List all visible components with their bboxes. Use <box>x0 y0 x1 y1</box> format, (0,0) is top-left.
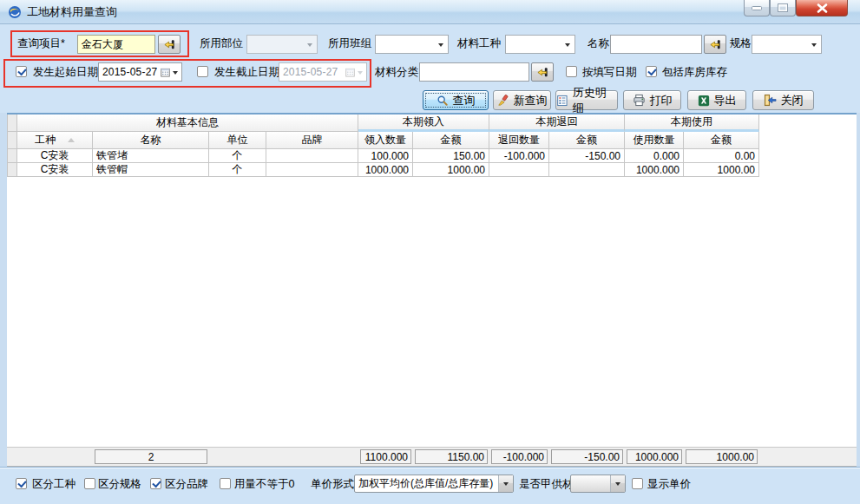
end-date-checkbox[interactable] <box>197 66 208 77</box>
pointing-hand-icon <box>163 38 176 51</box>
group-used: 本期使用 <box>625 115 759 132</box>
col-header-brand[interactable]: 品牌 <box>266 132 358 149</box>
project-input[interactable]: 金石大厦 <box>77 35 155 54</box>
col-header-trade[interactable]: 工种 <box>17 132 93 149</box>
close-icon <box>817 3 828 13</box>
part-select <box>246 35 318 54</box>
total-received-qty: 1100.000 <box>360 449 411 464</box>
total-returned-amount: -150.00 <box>551 449 623 464</box>
table-row[interactable]: C安装 铁管帽 个 1000.000 1000.00 1000.000 1000… <box>7 163 857 177</box>
window-title: 工地材料用量查询 <box>27 4 117 20</box>
chevron-down-icon <box>811 43 817 49</box>
minimize-icon <box>752 6 762 10</box>
print-button[interactable]: 打印 <box>623 90 681 110</box>
project-picker-button[interactable] <box>158 35 181 54</box>
close-window-button[interactable]: 关闭 <box>752 90 814 110</box>
by-fill-date-checkbox[interactable] <box>566 66 577 77</box>
owner-supplied-select[interactable] <box>570 475 626 493</box>
spec-label: 规格 <box>730 37 752 49</box>
category-picker-button[interactable] <box>531 62 554 82</box>
end-date-label: 发生截止日期 <box>214 66 279 78</box>
col-header-received-qty[interactable]: 领入数量 <box>358 132 413 149</box>
row-selector-header <box>7 115 17 132</box>
col-header-name[interactable]: 名称 <box>93 132 209 149</box>
chevron-down-icon <box>565 43 570 49</box>
calendar-icon <box>345 68 355 77</box>
name-label: 名称 <box>588 37 609 49</box>
total-received-amount: 1150.00 <box>415 449 488 464</box>
group-header-row: 材料基本信息 本期领入 本期退回 本期使用 <box>7 115 857 132</box>
query-button[interactable]: 查询 <box>423 90 489 110</box>
column-header-row: 工种 名称 单位 品牌 领入数量 金额 退回数量 金额 使用数量 金额 <box>7 132 857 149</box>
group-returned: 本期退回 <box>489 115 625 132</box>
by-trade-checkbox[interactable] <box>16 478 27 489</box>
pointing-hand-icon <box>709 38 722 51</box>
nonzero-usage-label: 用量不等于0 <box>234 478 294 490</box>
chevron-down-icon <box>615 482 620 488</box>
group-basic-info: 材料基本信息 <box>17 115 358 132</box>
name-input[interactable] <box>610 35 702 54</box>
total-used-qty: 1000.000 <box>627 449 682 464</box>
name-picker-button[interactable] <box>704 35 726 54</box>
price-mode-select[interactable]: 加权平均价(总库值/总库存量) <box>354 475 514 493</box>
include-stock-label: 包括库房库存 <box>662 66 727 78</box>
brush-icon <box>497 95 509 107</box>
price-mode-label: 单价形式 <box>311 478 354 490</box>
total-returned-qty: -100.000 <box>491 449 548 464</box>
results-grid: 材料基本信息 本期领入 本期退回 本期使用 工种 名称 单位 品牌 领入数量 金… <box>7 113 857 467</box>
pointing-hand-icon <box>536 66 549 79</box>
new-query-button[interactable]: 新查询 <box>493 90 551 110</box>
by-spec-checkbox[interactable] <box>84 478 95 489</box>
include-stock-checkbox[interactable] <box>646 66 657 77</box>
project-label: 查询项目* <box>17 37 65 49</box>
titlebar: 工地材料用量查询 <box>0 0 860 24</box>
minimize-button[interactable] <box>744 0 770 16</box>
chevron-down-icon <box>173 71 178 77</box>
show-price-label: 显示单价 <box>647 478 691 490</box>
col-header-used-qty[interactable]: 使用数量 <box>625 132 684 149</box>
material-trade-select[interactable] <box>505 35 575 54</box>
chevron-down-icon <box>307 43 312 49</box>
owner-supplied-label: 是否甲供材 <box>519 478 574 490</box>
by-brand-checkbox[interactable] <box>150 478 161 489</box>
team-label: 所用班组 <box>328 37 371 49</box>
table-row[interactable]: C安装 铁管堵 个 100.000 150.00 -100.000 -150.0… <box>7 149 857 163</box>
chevron-down-icon <box>438 43 443 49</box>
by-brand-label: 区分品牌 <box>165 478 208 490</box>
magnifier-icon <box>437 95 449 107</box>
export-button[interactable]: 导出 <box>687 90 746 110</box>
exit-door-icon <box>764 94 777 107</box>
spec-select[interactable] <box>752 35 822 54</box>
totals-footer: 2 1100.000 1150.00 -100.000 -150.00 1000… <box>7 447 857 467</box>
printer-icon <box>633 94 646 107</box>
part-label: 所用部位 <box>200 37 243 49</box>
col-header-returned-amount[interactable]: 金额 <box>549 132 625 149</box>
category-input[interactable] <box>419 62 529 82</box>
by-spec-label: 区分规格 <box>98 478 141 490</box>
col-header-unit[interactable]: 单位 <box>209 132 266 149</box>
col-header-used-amount[interactable]: 金额 <box>684 132 759 149</box>
group-received: 本期领入 <box>358 115 489 132</box>
material-trade-label: 材料工种 <box>457 37 501 49</box>
show-price-checkbox[interactable] <box>632 478 643 489</box>
by-fill-date-label: 按填写日期 <box>582 66 637 78</box>
history-detail-button[interactable]: 历史明细 <box>555 90 618 110</box>
list-icon <box>556 95 568 107</box>
maximize-button[interactable] <box>770 0 796 16</box>
end-date-input: 2015-05-27 <box>279 62 367 82</box>
by-trade-label: 区分工种 <box>32 478 75 490</box>
team-select[interactable] <box>375 35 449 54</box>
nonzero-usage-checkbox[interactable] <box>220 478 231 489</box>
app-window: { "window": { "title": "工地材料用量查询" }, "fi… <box>0 0 860 504</box>
col-header-received-amount[interactable]: 金额 <box>413 132 489 149</box>
col-header-returned-qty[interactable]: 退回数量 <box>489 132 549 149</box>
total-used-amount: 1000.00 <box>686 449 758 464</box>
category-label: 材料分类 <box>375 66 418 78</box>
chevron-down-icon <box>503 482 509 488</box>
start-date-checkbox[interactable] <box>16 66 27 77</box>
close-button[interactable] <box>796 0 848 16</box>
calendar-icon <box>161 68 170 77</box>
maximize-icon <box>778 3 788 12</box>
start-date-label: 发生起始日期 <box>33 66 98 78</box>
start-date-input[interactable]: 2015-05-27 <box>98 62 182 82</box>
